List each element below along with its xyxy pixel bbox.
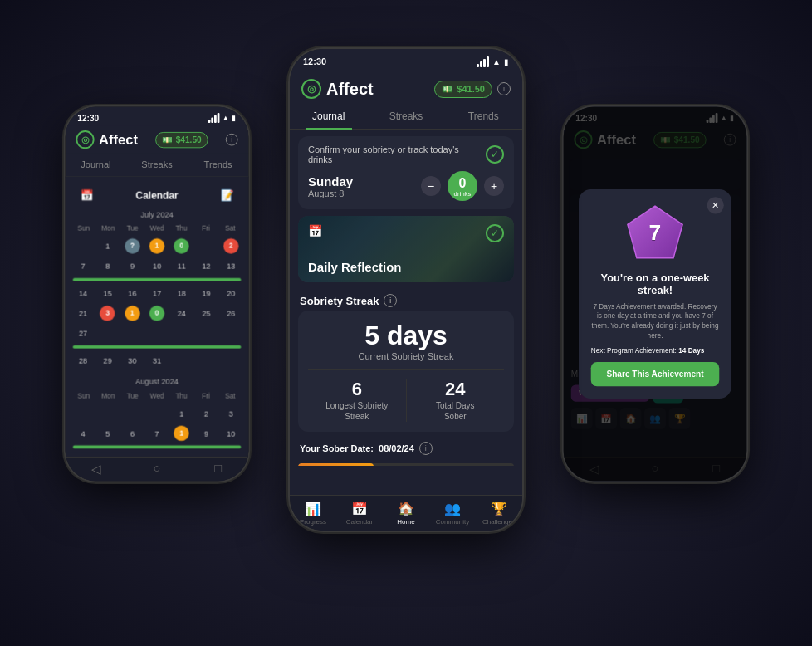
sober-date-value: 08/02/24 bbox=[379, 443, 414, 453]
nav-home[interactable]: 🏠 Home bbox=[383, 501, 429, 526]
plus-btn[interactable]: + bbox=[484, 176, 504, 196]
nav-progress[interactable]: 📊 Progress bbox=[290, 501, 336, 526]
nav-back-left[interactable]: ◁ bbox=[66, 462, 127, 476]
achievement-modal: ✕ bbox=[579, 189, 731, 399]
info-icon-center[interactable]: i bbox=[497, 82, 511, 95]
balance-badge-center[interactable]: 💵 $41.50 bbox=[434, 81, 492, 98]
streak-stats: 6 Longest SobrietyStreak 24 Total DaysSo… bbox=[308, 379, 504, 422]
achievement-overlay: ✕ bbox=[564, 107, 747, 482]
month-label-1: July 2024 bbox=[71, 211, 242, 219]
tab-journal-center[interactable]: Journal bbox=[290, 104, 367, 129]
tab-trends-left[interactable]: Trends bbox=[188, 154, 249, 177]
streak-label: Sobriety Streak bbox=[300, 295, 379, 307]
wifi-icon-left: ▲ bbox=[222, 114, 229, 122]
community-icon: 👥 bbox=[444, 501, 461, 516]
notch-bar: 12:30 ▲ ▮ bbox=[290, 49, 522, 74]
phone-left: 12:30 ▲ ▮ ◎ Affect bbox=[66, 107, 249, 482]
calendar-icon-btn: 📅 bbox=[77, 186, 95, 204]
recent-icon-left: □ bbox=[214, 462, 222, 476]
nav-calendar[interactable]: 📅 Calendar bbox=[336, 501, 383, 526]
cal-days-july: 1 ? 1 0 2 7 8 9 10 11 12 13 bbox=[71, 237, 242, 370]
reflection-check[interactable]: ✓ bbox=[486, 224, 504, 242]
challenges-label: Challenges bbox=[482, 518, 516, 526]
nav-recent-left[interactable]: □ bbox=[188, 462, 249, 476]
day-date: August 8 bbox=[308, 188, 353, 198]
tab-streaks-left[interactable]: Streaks bbox=[126, 154, 188, 177]
cal-bar-2 bbox=[73, 346, 241, 350]
pentagon-badge: 7 7 bbox=[624, 202, 686, 263]
wallet-icon-center: 💵 bbox=[442, 84, 453, 95]
calendar-title: Calendar bbox=[135, 189, 178, 201]
sober-date-label: Your Sober Date: bbox=[300, 443, 374, 453]
phone-center: 12:30 ▲ ▮ ◎ Affect bbox=[290, 49, 522, 531]
home-icon-left: ○ bbox=[154, 462, 161, 476]
cal-bar-1 bbox=[73, 279, 241, 282]
tab-streaks-center[interactable]: Streaks bbox=[367, 104, 444, 129]
tab-bar-center: Journal Streaks Trends bbox=[290, 104, 522, 130]
reflection-content: 📅 ✓ Daily Reflection bbox=[298, 216, 514, 282]
day-name: Sunday bbox=[308, 174, 353, 188]
app-name-left: Affect bbox=[99, 131, 138, 147]
share-achievement-btn[interactable]: Share This Achievement bbox=[591, 362, 720, 386]
tab-trends-center[interactable]: Trends bbox=[445, 104, 522, 129]
reflection-calendar-icon: 📅 bbox=[308, 224, 323, 239]
progress-bar-fill bbox=[298, 463, 374, 466]
sober-date-info[interactable]: i bbox=[419, 442, 433, 455]
nav-home-left[interactable]: ○ bbox=[126, 462, 188, 476]
wallet-icon-left: 💵 bbox=[162, 135, 173, 144]
info-icon-left[interactable]: i bbox=[226, 134, 238, 146]
time-left: 12:30 bbox=[77, 113, 99, 122]
calendar-header: 📅 Calendar 📝 bbox=[71, 184, 242, 211]
logo-left: ◎ Affect bbox=[76, 130, 138, 149]
drinks-row: Sunday August 8 − 0 drinks + bbox=[308, 171, 504, 201]
nav-community[interactable]: 👥 Community bbox=[429, 501, 476, 526]
month-label-2: August 2024 bbox=[71, 378, 242, 386]
battery-icon-left: ▮ bbox=[232, 114, 237, 122]
streak-info-icon[interactable]: i bbox=[384, 294, 397, 307]
next-label: Next Program Achievement: bbox=[591, 347, 677, 355]
nav-challenges[interactable]: 🏆 Challenges bbox=[476, 501, 522, 526]
journal-tab-label: Journal bbox=[312, 110, 345, 122]
reflection-card[interactable]: 📅 ✓ Daily Reflection bbox=[298, 216, 514, 282]
achievement-badge: 7 7 bbox=[591, 202, 720, 263]
logo-center: ◎ Affect bbox=[301, 79, 374, 99]
calendar-label: Calendar bbox=[346, 518, 373, 526]
stat-total-label: Total DaysSober bbox=[407, 400, 505, 422]
day-info: Sunday August 8 bbox=[308, 174, 353, 198]
stat-total: 24 Total DaysSober bbox=[406, 379, 505, 422]
stat-longest-number: 6 bbox=[308, 379, 406, 400]
time-center: 12:30 bbox=[303, 56, 326, 66]
progress-label: Progress bbox=[300, 518, 326, 526]
status-icons-center: ▲ ▮ bbox=[477, 56, 509, 67]
balance-badge-left[interactable]: 💵 $41.50 bbox=[155, 131, 208, 147]
drinks-label: drinks bbox=[453, 191, 471, 197]
balance-value-center: $41.50 bbox=[457, 84, 485, 94]
calendar-screen: 📅 Calendar 📝 July 2024 Sun Mon Tue Wed T… bbox=[66, 177, 249, 452]
streak-days: 5 days bbox=[308, 321, 504, 351]
bottom-nav-left: ◁ ○ □ bbox=[66, 457, 249, 481]
streak-days-label: Current Sobriety Streak bbox=[308, 351, 504, 361]
status-bar-left: 12:30 ▲ ▮ bbox=[66, 107, 249, 126]
check-circle[interactable]: ✓ bbox=[486, 145, 504, 164]
phone-right: 12:30 ▲ ▮ ◎ Affect bbox=[564, 107, 747, 482]
cal-days-header-2: Sun Mon Tue Wed Thu Fri Sat bbox=[71, 391, 242, 402]
confirm-card: Confirm your sobriety or track today's d… bbox=[298, 136, 514, 209]
tab-bar-left: Journal Streaks Trends bbox=[66, 154, 249, 178]
tab-journal-left[interactable]: Journal bbox=[66, 154, 127, 177]
challenges-icon: 🏆 bbox=[491, 501, 507, 516]
cal-bar-3 bbox=[73, 446, 241, 449]
battery-icon-center: ▮ bbox=[504, 57, 509, 66]
home-label: Home bbox=[397, 518, 414, 526]
reflection-title: Daily Reflection bbox=[308, 260, 504, 274]
balance-value-left: $41.50 bbox=[176, 135, 202, 144]
minus-btn[interactable]: − bbox=[421, 176, 441, 196]
stat-longest-label: Longest SobrietyStreak bbox=[308, 400, 406, 422]
counter-display: 0 drinks bbox=[448, 171, 477, 201]
app-header-center: ◎ Affect 💵 $41.50 i bbox=[290, 74, 522, 104]
progress-bar-container bbox=[298, 463, 514, 466]
app-name-center: Affect bbox=[326, 80, 374, 99]
close-achievement-btn[interactable]: ✕ bbox=[707, 197, 724, 213]
next-achievement: Next Program Achievement: 14 Days bbox=[591, 347, 720, 355]
journal-content: Confirm your sobriety or track today's d… bbox=[290, 130, 522, 466]
calendar-edit-icon: 📝 bbox=[218, 186, 237, 204]
